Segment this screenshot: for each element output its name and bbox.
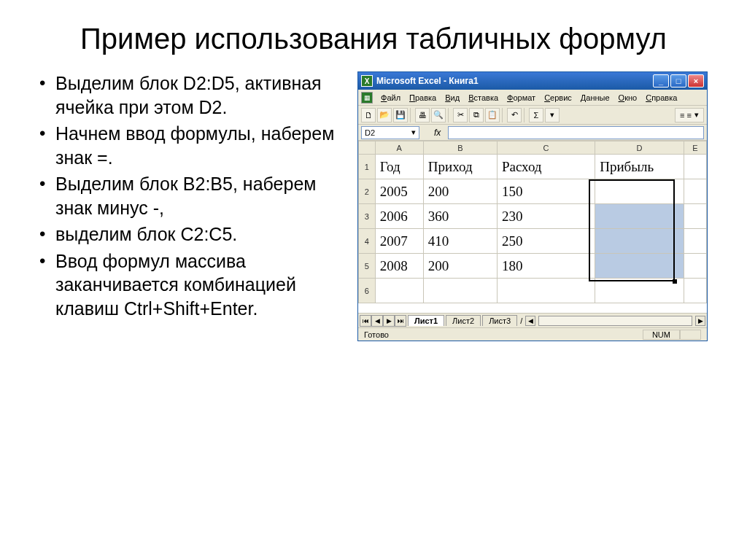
tab-last-icon[interactable]: ⏭ <box>395 315 406 327</box>
menu-file[interactable]: Файл <box>377 93 404 103</box>
bullet-item: Выделим блок B2:B5, наберем знак минус -… <box>36 172 343 219</box>
cell-d4-selected[interactable] <box>595 229 684 254</box>
dropdown-icon[interactable]: ▾ <box>545 108 560 122</box>
cell-e3[interactable] <box>684 204 706 229</box>
cell-c6[interactable] <box>497 279 595 303</box>
copy-icon[interactable]: ⧉ <box>469 108 484 122</box>
row-header-6[interactable]: 6 <box>359 279 376 303</box>
menu-edit[interactable]: Правка <box>406 93 440 103</box>
col-header-c[interactable]: C <box>497 141 595 155</box>
status-bar: Готово NUM <box>358 327 707 341</box>
menu-tools[interactable]: Сервис <box>541 93 576 103</box>
cell-a2[interactable]: 2005 <box>375 179 423 204</box>
slide-title: Пример использования табличных формул <box>0 0 747 64</box>
row-header-1[interactable]: 1 <box>359 155 376 179</box>
divider <box>410 108 413 122</box>
col-header-b[interactable]: B <box>423 141 497 155</box>
bullet-item: Выделим блок D2:D5, активная ячейка при … <box>36 71 343 119</box>
save-icon[interactable]: 💾 <box>393 108 408 122</box>
tab-nav: ⏮ ◀ ▶ ⏭ <box>360 315 406 327</box>
row-header-2[interactable]: 2 <box>359 179 376 204</box>
menu-format[interactable]: Формат <box>503 93 539 103</box>
cell-d1[interactable]: Прибыль <box>595 155 684 179</box>
undo-icon[interactable]: ↶ <box>507 108 522 122</box>
cell-e5[interactable] <box>684 254 706 279</box>
paste-icon[interactable]: 📋 <box>485 108 500 122</box>
open-icon[interactable]: 📂 <box>377 108 392 122</box>
row-header-3[interactable]: 3 <box>359 204 376 229</box>
close-button[interactable]: × <box>688 74 704 88</box>
worksheet-grid[interactable]: A B C D E 1 Год Приход Расход Прибыль 2 … <box>358 141 707 313</box>
col-header-e[interactable]: E <box>684 141 706 155</box>
cell-e2[interactable] <box>684 179 706 204</box>
fx-icon[interactable]: fx <box>434 128 441 138</box>
row-header-4[interactable]: 4 <box>359 229 376 254</box>
new-icon[interactable]: 🗋 <box>361 108 376 122</box>
cell-a4[interactable]: 2007 <box>375 229 423 254</box>
select-all-corner[interactable] <box>359 141 376 155</box>
status-num: NUM <box>643 330 680 340</box>
workbook-icon: ▦ <box>361 92 373 104</box>
menu-help[interactable]: Справка <box>642 93 681 103</box>
cell-b2[interactable]: 200 <box>423 179 497 204</box>
cell-e4[interactable] <box>684 229 706 254</box>
menu-view[interactable]: Вид <box>441 93 463 103</box>
cell-a5[interactable]: 2008 <box>375 254 423 279</box>
print-icon[interactable]: 🖶 <box>415 108 430 122</box>
sheet-tab-3[interactable]: Лист3 <box>482 315 517 326</box>
cell-a3[interactable]: 2006 <box>375 204 423 229</box>
cell-a6[interactable] <box>375 279 423 303</box>
cell-b6[interactable] <box>423 279 497 303</box>
hscrollbar[interactable] <box>538 316 692 326</box>
cell-e1[interactable] <box>684 155 706 179</box>
cell-d3-selected[interactable] <box>595 204 684 229</box>
cell-c4[interactable]: 250 <box>497 229 595 254</box>
cell-c2[interactable]: 150 <box>497 179 595 204</box>
cell-b4[interactable]: 410 <box>423 229 497 254</box>
autosum-icon[interactable]: Σ <box>529 108 543 122</box>
cell-d6[interactable] <box>595 279 684 303</box>
cell-c1[interactable]: Расход <box>497 155 595 179</box>
tab-prev-icon[interactable]: ◀ <box>371 315 383 327</box>
cell-d5-selected[interactable] <box>595 254 684 279</box>
menubar: ▦ Файл Правка Вид Вставка Формат Сервис … <box>358 90 707 106</box>
excel-icon: X <box>361 75 373 87</box>
preview-icon[interactable]: 🔍 <box>431 108 446 122</box>
scroll-left-icon[interactable]: ◀ <box>525 316 535 326</box>
titlebar[interactable]: X Microsoft Excel - Книга1 _ □ × <box>358 72 707 90</box>
menu-window[interactable]: Окно <box>615 93 641 103</box>
chevron-down-icon[interactable]: ▾ <box>411 128 416 137</box>
sheet-tab-2[interactable]: Лист2 <box>446 315 481 326</box>
bullet-item: Начнем ввод формулы, наберем знак =. <box>36 122 343 169</box>
cell-e6[interactable] <box>684 279 706 303</box>
toolbar: 🗋 📂 💾 🖶 🔍 ✂ ⧉ 📋 ↶ Σ ▾ ≡ ≡ ▾ <box>358 106 707 125</box>
fill-handle[interactable] <box>673 279 677 284</box>
menu-insert[interactable]: Вставка <box>465 93 502 103</box>
col-header-a[interactable]: A <box>375 141 423 155</box>
menu-data[interactable]: Данные <box>577 93 614 103</box>
row-header-5[interactable]: 5 <box>359 254 376 279</box>
cell-b1[interactable]: Приход <box>423 155 497 179</box>
col-header-d[interactable]: D <box>595 141 684 155</box>
maximize-button[interactable]: □ <box>670 74 686 88</box>
tab-next-icon[interactable]: ▶ <box>383 315 395 327</box>
minimize-button[interactable]: _ <box>653 74 669 88</box>
excel-window: X Microsoft Excel - Книга1 _ □ × ▦ Файл … <box>357 71 708 341</box>
formula-input[interactable] <box>448 126 704 139</box>
divider <box>448 108 451 122</box>
cell-b3[interactable]: 360 <box>423 204 497 229</box>
sheet-tab-1[interactable]: Лист1 <box>408 315 444 326</box>
name-box-value: D2 <box>365 128 375 137</box>
cell-d2-active[interactable] <box>595 179 684 204</box>
cell-c3[interactable]: 230 <box>497 204 595 229</box>
cell-a1[interactable]: Год <box>375 155 423 179</box>
cell-c5[interactable]: 180 <box>497 254 595 279</box>
cut-icon[interactable]: ✂ <box>453 108 468 122</box>
align-group[interactable]: ≡ ≡ ▾ <box>675 108 704 122</box>
scroll-right-icon[interactable]: ▶ <box>695 316 705 326</box>
tab-first-icon[interactable]: ⏮ <box>360 315 371 327</box>
sheet-tabs-row: ⏮ ◀ ▶ ⏭ Лист1 Лист2 Лист3 / ◀ ▶ <box>358 313 707 327</box>
name-box[interactable]: D2 ▾ <box>361 126 419 139</box>
cell-b5[interactable]: 200 <box>423 254 497 279</box>
tab-end: / <box>519 316 524 325</box>
